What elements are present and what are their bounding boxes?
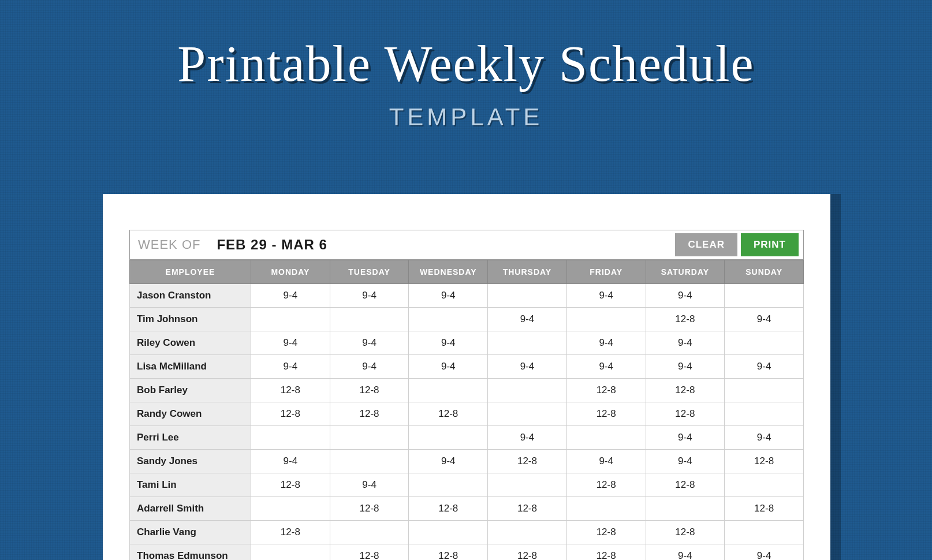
cell-employee: Bob Farley bbox=[130, 379, 251, 402]
cell-shift: 12-8 bbox=[330, 497, 409, 521]
cell-shift: 9-4 bbox=[330, 355, 409, 379]
cell-shift: 9-4 bbox=[646, 544, 725, 561]
cell-shift: 9-4 bbox=[566, 355, 646, 379]
cell-shift: 12-8 bbox=[566, 521, 646, 544]
cell-shift bbox=[330, 426, 409, 450]
cell-shift bbox=[330, 450, 409, 473]
table-row: Lisa McMilland9-49-49-49-49-49-49-4 bbox=[130, 355, 804, 379]
page-subtitle: TEMPLATE bbox=[0, 103, 932, 131]
table-row: Randy Cowen12-812-812-812-812-8 bbox=[130, 402, 804, 426]
table-row: Thomas Edmunson12-812-812-812-89-49-4 bbox=[130, 544, 804, 561]
cell-shift: 9-4 bbox=[646, 355, 725, 379]
cell-employee: Lisa McMilland bbox=[130, 355, 251, 379]
cell-shift: 12-8 bbox=[566, 544, 646, 561]
cell-shift: 9-4 bbox=[409, 284, 488, 308]
col-employee: EMPLOYEE bbox=[130, 260, 251, 284]
cell-shift bbox=[330, 521, 409, 544]
table-row: Tami Lin12-89-412-812-8 bbox=[130, 473, 804, 497]
week-of-value: FEB 29 - MAR 6 bbox=[217, 237, 327, 253]
cell-employee: Charlie Vang bbox=[130, 521, 251, 544]
cell-shift: 9-4 bbox=[488, 355, 567, 379]
col-thursday: THURSDAY bbox=[488, 260, 567, 284]
cell-shift bbox=[409, 473, 488, 497]
cell-shift: 12-8 bbox=[725, 497, 804, 521]
cell-shift: 9-4 bbox=[409, 450, 488, 473]
table-row: Charlie Vang12-812-812-8 bbox=[130, 521, 804, 544]
cell-shift bbox=[566, 426, 646, 450]
cell-shift: 12-8 bbox=[251, 521, 330, 544]
table-row: Sandy Jones9-49-412-89-49-412-8 bbox=[130, 450, 804, 473]
cell-shift bbox=[725, 284, 804, 308]
cell-shift bbox=[251, 426, 330, 450]
table-row: Tim Johnson9-412-89-4 bbox=[130, 308, 804, 331]
cell-shift: 9-4 bbox=[409, 331, 488, 355]
clear-button[interactable]: CLEAR bbox=[675, 233, 737, 256]
cell-shift bbox=[330, 308, 409, 331]
cell-shift: 9-4 bbox=[725, 544, 804, 561]
page-title: Printable Weekly Schedule bbox=[0, 35, 932, 93]
print-button[interactable]: PRINT bbox=[741, 233, 799, 256]
cell-shift: 9-4 bbox=[251, 284, 330, 308]
cell-shift bbox=[725, 331, 804, 355]
cell-shift: 12-8 bbox=[409, 497, 488, 521]
cell-shift: 12-8 bbox=[330, 402, 409, 426]
cell-shift: 12-8 bbox=[251, 379, 330, 402]
cell-shift: 12-8 bbox=[409, 402, 488, 426]
cell-shift bbox=[251, 308, 330, 331]
col-friday: FRIDAY bbox=[566, 260, 646, 284]
cell-shift: 12-8 bbox=[251, 402, 330, 426]
cell-shift: 9-4 bbox=[566, 331, 646, 355]
cell-shift bbox=[725, 521, 804, 544]
cell-shift bbox=[566, 497, 646, 521]
col-tuesday: TUESDAY bbox=[330, 260, 409, 284]
cell-shift: 9-4 bbox=[646, 450, 725, 473]
cell-shift: 12-8 bbox=[330, 379, 409, 402]
cell-shift: 9-4 bbox=[330, 331, 409, 355]
cell-shift bbox=[251, 544, 330, 561]
cell-shift bbox=[488, 521, 567, 544]
cell-shift bbox=[566, 308, 646, 331]
cell-employee: Jason Cranston bbox=[130, 284, 251, 308]
cell-shift: 12-8 bbox=[488, 544, 567, 561]
cell-shift: 9-4 bbox=[488, 426, 567, 450]
col-wednesday: WEDNESDAY bbox=[409, 260, 488, 284]
cell-shift: 12-8 bbox=[409, 544, 488, 561]
cell-shift bbox=[409, 379, 488, 402]
cell-shift: 9-4 bbox=[488, 308, 567, 331]
cell-shift: 12-8 bbox=[646, 308, 725, 331]
cell-shift: 12-8 bbox=[646, 521, 725, 544]
cell-shift: 12-8 bbox=[488, 450, 567, 473]
cell-shift: 9-4 bbox=[566, 284, 646, 308]
cell-shift bbox=[409, 308, 488, 331]
cell-shift: 9-4 bbox=[646, 284, 725, 308]
cell-shift: 9-4 bbox=[251, 331, 330, 355]
cell-employee: Perri Lee bbox=[130, 426, 251, 450]
cell-shift bbox=[251, 497, 330, 521]
col-sunday: SUNDAY bbox=[725, 260, 804, 284]
table-row: Jason Cranston9-49-49-49-49-4 bbox=[130, 284, 804, 308]
cell-shift: 12-8 bbox=[488, 497, 567, 521]
col-monday: MONDAY bbox=[251, 260, 330, 284]
cell-shift bbox=[488, 402, 567, 426]
cell-shift: 9-4 bbox=[330, 284, 409, 308]
week-of-label: WEEK OF bbox=[138, 237, 200, 252]
cell-employee: Thomas Edmunson bbox=[130, 544, 251, 561]
document-card: WEEK OF FEB 29 - MAR 6 CLEAR PRINT EMPLO… bbox=[103, 194, 830, 560]
table-header-row: EMPLOYEE MONDAY TUESDAY WEDNESDAY THURSD… bbox=[130, 260, 804, 284]
cell-employee: Riley Cowen bbox=[130, 331, 251, 355]
table-row: Perri Lee9-49-49-4 bbox=[130, 426, 804, 450]
table-row: Bob Farley12-812-812-812-8 bbox=[130, 379, 804, 402]
cell-shift: 9-4 bbox=[725, 426, 804, 450]
cell-shift: 9-4 bbox=[251, 355, 330, 379]
cell-employee: Adarrell Smith bbox=[130, 497, 251, 521]
cell-shift bbox=[488, 284, 567, 308]
cell-shift: 12-8 bbox=[566, 379, 646, 402]
table-row: Riley Cowen9-49-49-49-49-4 bbox=[130, 331, 804, 355]
cell-employee: Tami Lin bbox=[130, 473, 251, 497]
cell-shift: 9-4 bbox=[725, 308, 804, 331]
cell-shift: 9-4 bbox=[646, 426, 725, 450]
cell-shift: 12-8 bbox=[566, 473, 646, 497]
cell-shift bbox=[725, 402, 804, 426]
cell-shift: 9-4 bbox=[409, 355, 488, 379]
cell-shift bbox=[488, 379, 567, 402]
